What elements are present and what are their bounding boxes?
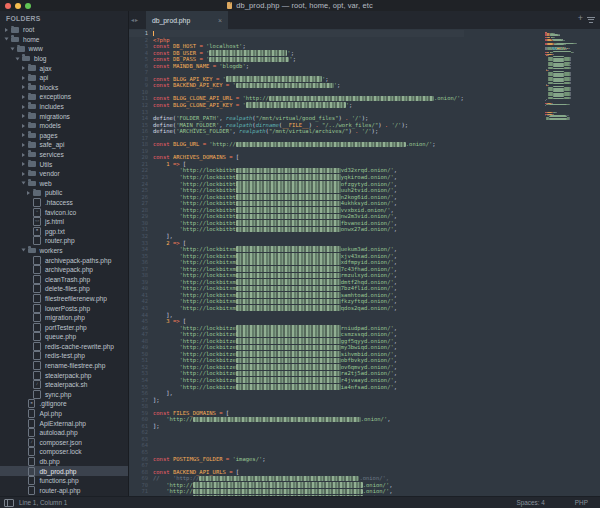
tree-item-api-php[interactable]: Api.php <box>0 409 128 419</box>
syntax-setting[interactable]: PHP <box>575 499 588 506</box>
tree-item-autoload-php[interactable]: autoload.php <box>0 428 128 438</box>
expand-arrow-icon[interactable] <box>22 66 25 70</box>
tree-item-redis-test-php[interactable]: redis-test.php <box>0 351 128 361</box>
file-file-icon <box>33 236 41 245</box>
redacted-text <box>236 305 341 311</box>
file-file-icon <box>33 361 41 370</box>
tree-item-redis-cache-rewrite-php[interactable]: redis-cache-rewrite.php <box>0 342 128 352</box>
tree-item-pgp-txt[interactable]: ≡pgp.txt <box>0 226 128 236</box>
expand-arrow-icon[interactable] <box>21 182 25 185</box>
code-area[interactable]: 12<?php3const DB_HOST = 'localhost';4con… <box>129 30 464 497</box>
tree-item-queue-php[interactable]: queue.php <box>0 332 128 342</box>
editor-area[interactable]: 12<?php3const DB_HOST = 'localhost';4con… <box>129 29 600 497</box>
tree-item-migrations[interactable]: migrations <box>0 111 128 121</box>
folder-icon <box>28 248 36 254</box>
tree-item-exceptions[interactable]: exceptions <box>0 92 128 102</box>
tree-item-archivepack-paths-php[interactable]: archivepack-paths.php <box>0 255 128 265</box>
redacted-text <box>236 364 341 370</box>
expand-arrow-icon[interactable] <box>22 85 25 89</box>
tree-item-stealerpack-php[interactable]: stealerpack.php <box>0 370 128 380</box>
expand-arrow-icon[interactable] <box>22 172 25 176</box>
tree-item-db-prod-php[interactable]: db_prod.php <box>0 466 128 476</box>
tab-close-icon[interactable]: × <box>218 17 222 24</box>
tree-item-label: composer.json <box>39 439 82 446</box>
expand-arrow-icon[interactable] <box>22 76 25 80</box>
tab-db-prod-php[interactable]: db_prod.php × <box>146 11 228 29</box>
tree-item-db-php[interactable]: db.php <box>0 457 128 467</box>
tree-item-porttester-php[interactable]: portTester.php <box>0 322 128 332</box>
new-tab-button[interactable]: + <box>578 13 583 23</box>
minimap[interactable] <box>545 30 579 120</box>
tree-item-archivepack-php[interactable]: archivepack.php <box>0 265 128 275</box>
sidebar: FOLDERS roothomewwwblogajaxapiblocksexce… <box>0 11 129 497</box>
minimize-window-button[interactable] <box>15 3 21 9</box>
tree-item-sync-php[interactable]: sync.php <box>0 390 128 400</box>
tree-item-api[interactable]: api <box>0 73 128 83</box>
close-window-button[interactable] <box>5 3 11 9</box>
folder-icon <box>11 37 19 43</box>
tree-item-router-api-php[interactable]: router-api.php <box>0 486 128 496</box>
tree-item--gitignore[interactable]: ≡.gitignore <box>0 399 128 409</box>
expand-arrow-icon[interactable] <box>22 162 25 166</box>
tree-item-home[interactable]: home <box>0 35 128 45</box>
tree-item-includes[interactable]: includes <box>0 102 128 112</box>
tree-item-label: home <box>23 36 40 43</box>
expand-arrow-icon[interactable] <box>21 249 25 252</box>
expand-arrow-icon[interactable] <box>16 57 20 60</box>
expand-arrow-icon[interactable] <box>22 133 25 137</box>
tree-item-cleantrash-php[interactable]: cleanTrash.php <box>0 274 128 284</box>
expand-arrow-icon[interactable] <box>22 143 25 147</box>
expand-arrow-icon[interactable] <box>5 38 9 41</box>
folder-icon <box>28 113 36 119</box>
tree-item-label: favicon.ico <box>45 209 76 216</box>
tree-item-www[interactable]: www <box>0 44 128 54</box>
tree-item-public[interactable]: public <box>0 188 128 198</box>
tree-item-js-html[interactable]: <>js.html <box>0 217 128 227</box>
tree-item-favicon-ico[interactable]: ▫favicon.ico <box>0 207 128 217</box>
tree-item-label: redis-test.php <box>45 352 85 359</box>
tree-item-delete-files-php[interactable]: delete-files.php <box>0 284 128 294</box>
expand-arrow-icon[interactable] <box>27 191 30 195</box>
file-file-icon <box>33 332 41 341</box>
tree-item-root[interactable]: root <box>0 25 128 35</box>
zoom-window-button[interactable] <box>25 3 31 9</box>
tree-item-router-php[interactable]: router.php <box>0 236 128 246</box>
tree-item-services[interactable]: services <box>0 150 128 160</box>
status-panel-icon[interactable] <box>4 499 14 507</box>
tree-item-composer-lock[interactable]: composer.lock <box>0 447 128 457</box>
tree-item-filestreefilerenew-php[interactable]: filestreefilerenew.php <box>0 294 128 304</box>
expand-arrow-icon[interactable] <box>22 105 25 109</box>
expand-arrow-icon[interactable] <box>10 47 14 50</box>
tree-item-composer-json[interactable]: /composer.json <box>0 438 128 448</box>
tree-item-label: filestreefilerenew.php <box>45 295 107 302</box>
tree-item-vendor[interactable]: vendor <box>0 169 128 179</box>
file-file-icon <box>28 467 36 476</box>
indentation-setting[interactable]: Spaces: 4 <box>516 499 544 506</box>
tab-overflow-icon[interactable] <box>587 17 595 24</box>
tree-item-models[interactable]: models <box>0 121 128 131</box>
redacted-text <box>236 371 341 377</box>
tree-item-migration-php[interactable]: migration.php <box>0 313 128 323</box>
redacted-text <box>246 102 346 108</box>
tree-item-utils[interactable]: Utils <box>0 159 128 169</box>
expand-arrow-icon[interactable] <box>22 153 25 157</box>
tree-item-functions-php[interactable]: functions.php <box>0 476 128 486</box>
tree-item-ajax[interactable]: ajax <box>0 63 128 73</box>
tree-item-web[interactable]: web <box>0 179 128 189</box>
tree-item-lowerposts-php[interactable]: lowerPosts.php <box>0 303 128 313</box>
folder-icon <box>17 46 25 52</box>
tab-scroll-arrows[interactable]: ◂▸ <box>131 16 139 23</box>
tree-item--htaccess[interactable]: .htaccess <box>0 198 128 208</box>
tree-item-workers[interactable]: workers <box>0 246 128 256</box>
expand-arrow-icon[interactable] <box>5 28 8 32</box>
expand-arrow-icon[interactable] <box>22 95 25 99</box>
tree-item-rename-filestree-php[interactable]: rename-filestree.php <box>0 361 128 371</box>
expand-arrow-icon[interactable] <box>22 124 25 128</box>
tree-item-safe-api[interactable]: safe_api <box>0 140 128 150</box>
tree-item-blocks[interactable]: blocks <box>0 83 128 93</box>
tree-item-pages[interactable]: pages <box>0 131 128 141</box>
tree-item-blog[interactable]: blog <box>0 54 128 64</box>
tree-item-stealerpack-sh[interactable]: /stealerpack.sh <box>0 380 128 390</box>
expand-arrow-icon[interactable] <box>22 114 25 118</box>
tree-item-apiexternal-php[interactable]: ApiExternal.php <box>0 418 128 428</box>
